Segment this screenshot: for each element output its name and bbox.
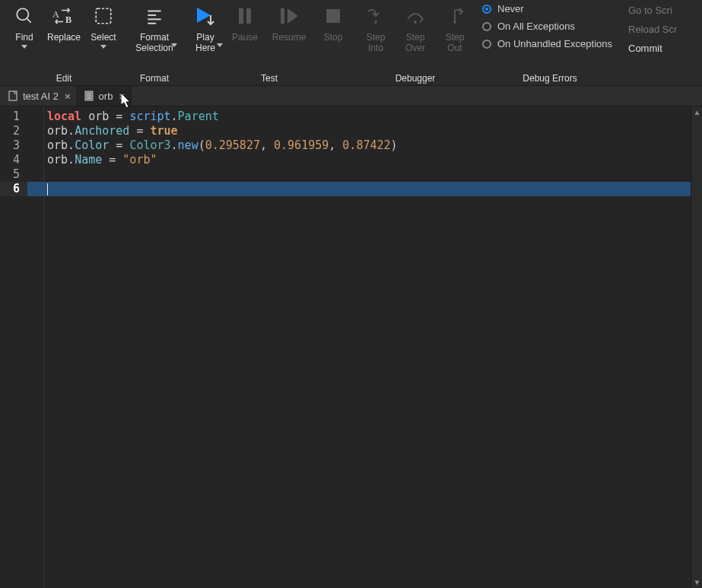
group-label-test: Test — [261, 73, 278, 85]
code-line: local orb = script.Parent — [47, 110, 702, 124]
line-number: 4 — [0, 153, 27, 167]
code-line: orb.Color = Color3.new(0.295827, 0.96195… — [47, 138, 702, 153]
select-label: Select — [91, 32, 116, 43]
goto-script-button[interactable]: Go to Scri — [628, 5, 677, 16]
resume-label: Resume — [272, 32, 307, 43]
line-number: 3 — [0, 138, 27, 153]
step-out-icon — [443, 3, 467, 29]
code-line: orb.Anchored = true — [47, 124, 702, 138]
step-into-label: Step Into — [367, 32, 386, 54]
pause-label: Pause — [232, 32, 258, 43]
svg-line-1 — [27, 18, 30, 22]
scroll-down-icon[interactable]: ▼ — [691, 577, 702, 588]
step-out-button[interactable]: Step Out — [435, 2, 475, 56]
tab-label: test AI 2 — [23, 91, 59, 102]
group-label-edit: Edit — [56, 73, 72, 85]
chevron-down-icon — [21, 45, 27, 49]
line-number: 5 — [0, 167, 27, 182]
tab-orb[interactable]: orb × — [78, 86, 132, 106]
svg-rect-18 — [9, 91, 17, 100]
group-label-debugger: Debugger — [395, 73, 436, 85]
vertical-scrollbar[interactable]: ▲ ▼ — [691, 106, 702, 588]
radio-never-label: Never — [497, 3, 524, 14]
svg-text:A: A — [52, 9, 59, 20]
step-into-icon — [364, 3, 388, 29]
radio-never[interactable]: Never — [482, 3, 618, 14]
code-line — [47, 182, 702, 196]
radio-on-unhandled-label: On Unhandled Exceptions — [497, 38, 612, 49]
svg-point-0 — [17, 8, 28, 20]
group-label-debug-errors: Debug Errors — [523, 73, 577, 85]
svg-marker-9 — [197, 8, 211, 23]
pause-button[interactable]: Pause — [225, 2, 265, 44]
stop-button[interactable]: Stop — [313, 2, 353, 44]
line-number: 1 — [0, 110, 27, 124]
code-line: orb.Name = "orb" — [47, 153, 702, 167]
svg-rect-10 — [239, 8, 243, 24]
svg-rect-4 — [96, 8, 111, 24]
radio-icon — [482, 22, 491, 31]
close-icon[interactable]: × — [65, 91, 71, 102]
find-button[interactable]: Find — [5, 2, 44, 50]
replace-label: Replace — [47, 32, 81, 43]
ribbon-toolbar: Find A B Replace Select — [0, 0, 702, 85]
svg-rect-11 — [246, 8, 251, 24]
play-here-label: Play Here — [195, 32, 215, 54]
code-line — [47, 167, 702, 182]
format-selection-label: Format Selection — [135, 32, 173, 54]
right-actions: Go to Scri Reload Scr Commit — [624, 2, 677, 54]
svg-rect-12 — [281, 8, 284, 24]
chevron-down-icon — [217, 43, 223, 47]
group-debug-errors: Never On All Exceptions On Unhandled Exc… — [476, 2, 624, 85]
svg-point-15 — [374, 21, 377, 24]
svg-point-16 — [414, 21, 417, 24]
replace-icon: A B — [52, 3, 76, 29]
resume-icon — [277, 3, 301, 29]
step-over-button[interactable]: Step Over — [395, 2, 435, 56]
svg-text:B: B — [65, 14, 71, 25]
scroll-up-icon[interactable]: ▲ — [691, 106, 702, 118]
group-test: Play Here Pause Resume Stop — [184, 2, 354, 85]
tab-label: orb — [99, 91, 113, 102]
step-into-button[interactable]: Step Into — [356, 2, 395, 56]
step-over-icon — [403, 3, 427, 29]
code-area[interactable]: local orb = script.Parent orb.Anchored =… — [27, 106, 702, 588]
svg-rect-14 — [326, 9, 340, 23]
pause-icon — [233, 3, 257, 29]
find-label: Find — [15, 32, 33, 43]
script-tabs-bar: test AI 2 × orb × — [0, 85, 702, 106]
format-selection-button[interactable]: Format Selection — [126, 2, 183, 49]
format-icon — [142, 3, 167, 29]
radio-on-unhandled[interactable]: On Unhandled Exceptions — [482, 38, 618, 49]
chevron-down-icon — [100, 45, 106, 49]
step-over-label: Step Over — [405, 32, 425, 54]
resume-button[interactable]: Resume — [265, 2, 313, 44]
commit-button[interactable]: Commit — [628, 43, 677, 54]
select-button[interactable]: Select — [84, 2, 123, 50]
svg-point-17 — [453, 21, 456, 24]
group-format: Format Selection Format — [125, 2, 184, 85]
line-number: 2 — [0, 124, 27, 138]
group-edit: Find A B Replace Select — [3, 2, 125, 85]
replace-button[interactable]: A B Replace — [44, 2, 84, 44]
radio-on-all-label: On All Exceptions — [497, 21, 575, 32]
stop-icon — [321, 3, 345, 29]
radio-on-all[interactable]: On All Exceptions — [482, 21, 618, 32]
text-caret — [47, 183, 48, 195]
radio-icon — [482, 40, 491, 49]
line-gutter: 1 2 3 4 5 6 — [0, 106, 27, 588]
play-icon — [193, 3, 218, 29]
select-icon — [91, 3, 116, 29]
search-icon — [12, 3, 37, 29]
group-debugger: Step Into Step Over Step Out Debugger — [354, 2, 476, 85]
radio-icon — [482, 5, 491, 14]
play-here-button[interactable]: Play Here — [186, 2, 225, 49]
close-icon[interactable]: × — [119, 91, 125, 102]
code-editor[interactable]: 1 2 3 4 5 6 local orb = script.Parent or… — [0, 106, 702, 588]
line-number: 6 — [0, 182, 27, 196]
tab-test-ai-2[interactable]: test AI 2 × — [2, 86, 78, 106]
group-label-format: Format — [140, 73, 169, 85]
script-icon — [84, 91, 94, 101]
reload-script-button[interactable]: Reload Scr — [628, 24, 677, 35]
stop-label: Stop — [324, 32, 343, 43]
